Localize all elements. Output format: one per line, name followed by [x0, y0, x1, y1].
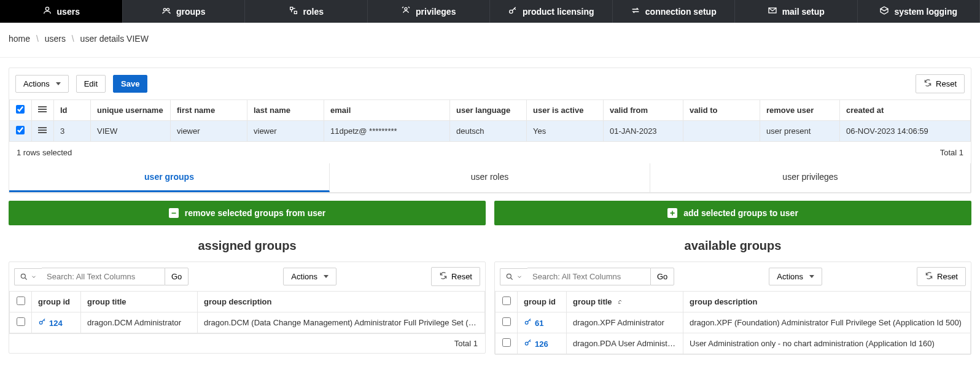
table-row[interactable]: 124dragon.DCM Administratordragon.DCM (D…: [10, 312, 485, 333]
svg-point-2: [167, 9, 169, 11]
group-id-link[interactable]: 126: [535, 339, 548, 349]
assigned-go-button[interactable]: Go: [165, 268, 189, 285]
nav-groups[interactable]: groups: [123, 0, 246, 23]
table-row[interactable]: 61dragon.XPF Administratordragon.XPF (Fo…: [496, 312, 971, 333]
reset-icon: [924, 79, 932, 89]
tab-user-roles[interactable]: user roles: [330, 163, 650, 192]
cell-created: 06-NOV-2023 14:06:59: [840, 121, 971, 142]
col-lang[interactable]: user language: [450, 100, 527, 121]
cell-lang: deutsch: [450, 121, 527, 142]
col-first[interactable]: first name: [171, 100, 247, 121]
user-row[interactable]: 3 VIEW viewer viewer 11dpetz@ ********* …: [10, 121, 971, 142]
search-icon: [20, 273, 28, 281]
reset-label: Reset: [451, 272, 472, 281]
actions-button[interactable]: Actions: [15, 75, 69, 93]
col-id[interactable]: Id: [54, 100, 91, 121]
reset-button[interactable]: Reset: [916, 74, 965, 93]
header-rowmenu[interactable]: [32, 100, 54, 121]
group-id-link[interactable]: 124: [49, 319, 63, 328]
available-col-desc[interactable]: group description: [683, 292, 971, 312]
swap-icon: [631, 6, 640, 17]
assigned-header-checkbox[interactable]: [10, 292, 32, 312]
breadcrumb-home[interactable]: home: [9, 34, 30, 44]
hamburger-icon: [38, 126, 47, 134]
assigned-col-id[interactable]: group id: [32, 292, 81, 312]
add-groups-button[interactable]: + add selected groups to user: [494, 201, 971, 225]
groups-area: − remove selected groups from user assig…: [0, 193, 980, 355]
nav-label: system logging: [894, 7, 957, 17]
nav-logging[interactable]: system logging: [858, 0, 981, 23]
assigned-col-desc[interactable]: group description: [198, 292, 485, 312]
row-checkbox[interactable]: [496, 312, 518, 333]
table-status: 1 rows selected Total 1: [9, 142, 971, 163]
svg-point-1: [163, 9, 166, 11]
col-created[interactable]: created at: [840, 100, 971, 121]
add-groups-label: add selected groups to user: [683, 208, 798, 218]
assigned-title: assigned groups: [9, 239, 486, 253]
col-active[interactable]: user is active: [527, 100, 604, 121]
cell-group-desc: dragon.XPF (Foundation) Administrator Fu…: [683, 312, 971, 333]
assigned-table: group id group title group description 1…: [9, 291, 485, 333]
tab-user-privileges[interactable]: user privileges: [650, 163, 971, 192]
edit-button[interactable]: Edit: [76, 75, 106, 93]
row-checkbox[interactable]: [496, 333, 518, 354]
search-menu-button[interactable]: [14, 268, 42, 285]
assigned-col-title[interactable]: group title: [81, 292, 198, 312]
available-actions-button[interactable]: Actions: [769, 268, 822, 285]
roles-icon: [289, 6, 298, 17]
row-checkbox[interactable]: [10, 121, 32, 142]
col-email[interactable]: email: [324, 100, 450, 121]
available-column: + add selected groups to user available …: [494, 201, 971, 355]
col-remove[interactable]: remove user: [760, 100, 840, 121]
assigned-toolbar: Go Actions Reset: [9, 262, 485, 291]
assigned-reset-button[interactable]: Reset: [431, 267, 480, 286]
tab-user-groups[interactable]: user groups: [9, 163, 330, 192]
chevron-down-icon: [31, 273, 37, 281]
table-row[interactable]: 126dragon.PDA User AdministratorUser Adm…: [496, 333, 971, 354]
available-go-button[interactable]: Go: [650, 268, 674, 285]
available-header-checkbox[interactable]: [496, 292, 518, 312]
cell-group-id[interactable]: 61: [518, 312, 567, 333]
available-reset-button[interactable]: Reset: [917, 267, 966, 286]
sort-asc-icon: [616, 297, 624, 304]
nav-licensing[interactable]: product licensing: [490, 0, 613, 23]
save-button[interactable]: Save: [113, 75, 147, 93]
col-from[interactable]: valid from: [604, 100, 683, 121]
assigned-search-input[interactable]: [42, 268, 165, 285]
user-table: Id unique username first name last name …: [9, 99, 971, 142]
remove-groups-label: remove selected groups from user: [185, 208, 326, 218]
svg-point-10: [507, 274, 511, 278]
available-search-input[interactable]: [527, 268, 650, 285]
cell-group-desc: dragon.DCM (Data Change Management) Admi…: [198, 312, 485, 333]
cell-group-id[interactable]: 124: [32, 312, 81, 333]
nav-roles[interactable]: roles: [245, 0, 368, 23]
row-menu[interactable]: [32, 121, 54, 142]
search-icon: [505, 273, 514, 281]
col-username[interactable]: unique username: [91, 100, 171, 121]
col-to[interactable]: valid to: [683, 100, 760, 121]
header-checkbox[interactable]: [10, 100, 32, 121]
key-icon: [524, 338, 532, 347]
assigned-actions-button[interactable]: Actions: [283, 268, 336, 285]
col-last[interactable]: last name: [247, 100, 324, 121]
nav-mail[interactable]: mail setup: [735, 0, 858, 23]
svg-point-11: [525, 321, 528, 324]
reset-icon: [925, 271, 933, 282]
breadcrumb: home \ users \ user details VIEW: [0, 23, 980, 58]
nav-label: connection setup: [645, 7, 717, 17]
cell-username: VIEW: [91, 121, 171, 142]
available-col-title[interactable]: group title: [567, 292, 683, 312]
cell-group-id[interactable]: 126: [518, 333, 567, 354]
remove-groups-button[interactable]: − remove selected groups from user: [9, 201, 486, 225]
group-id-link[interactable]: 61: [535, 319, 543, 328]
nav-privileges[interactable]: privileges: [368, 0, 491, 23]
available-col-id[interactable]: group id: [518, 292, 567, 312]
nav-users[interactable]: users: [0, 0, 123, 23]
row-checkbox[interactable]: [10, 312, 32, 333]
nav-connection[interactable]: connection setup: [613, 0, 736, 23]
breadcrumb-sep: \: [36, 34, 39, 44]
svg-point-12: [525, 342, 528, 345]
svg-point-0: [45, 7, 49, 10]
search-menu-button[interactable]: [500, 268, 527, 285]
breadcrumb-users[interactable]: users: [45, 34, 66, 44]
